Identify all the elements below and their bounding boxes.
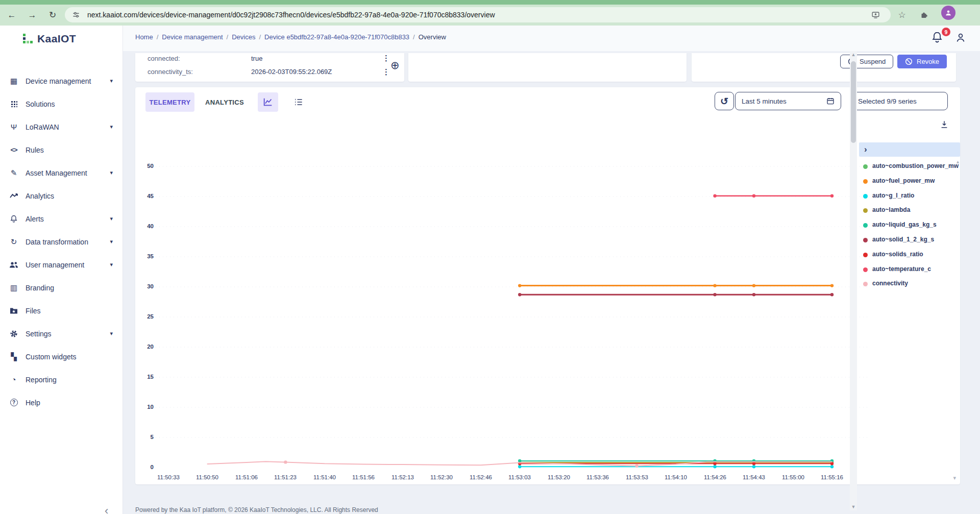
sidebar-item-alerts[interactable]: Alerts ▾ (0, 207, 123, 230)
breadcrumb: Home / Device management / Devices / Dev… (135, 33, 446, 41)
tab-telemetry[interactable]: TELEMETRY (145, 92, 194, 112)
rules-code-icon: <> (8, 146, 19, 154)
install-app-icon[interactable] (869, 9, 881, 21)
legend-item[interactable]: auto~lambda (859, 207, 960, 214)
sidebar-item-settings[interactable]: Settings ▾ (0, 322, 123, 345)
y-tick-label: 15 (137, 374, 154, 380)
notifications-button[interactable]: 9 (931, 31, 946, 46)
series-label: connectivity (872, 280, 908, 287)
bookmark-star-icon[interactable]: ☆ (894, 7, 910, 22)
url-text[interactable]: next.kaaiot.com/devices/device-managemen… (87, 11, 869, 19)
reload-icon[interactable]: ↻ (44, 7, 61, 24)
legend-item[interactable]: auto~solid_1_2_kg_s (859, 236, 960, 243)
site-settings-icon[interactable] (70, 9, 82, 21)
kaaiot-logo[interactable]: KaaIOT (22, 33, 76, 45)
suspend-button[interactable]: Suspend (840, 55, 893, 68)
breadcrumb-device-management[interactable]: Device management (162, 33, 223, 41)
extensions-puzzle-icon[interactable] (916, 7, 932, 22)
list-view-button[interactable] (288, 92, 309, 112)
browser-profile-avatar[interactable] (941, 6, 955, 20)
legend-item[interactable]: auto~fuel_power_mw (859, 178, 960, 185)
screen: ← → ↻ next.kaaiot.com/devices/device-man… (0, 0, 980, 514)
time-range-selector[interactable]: Last 5 minutes (735, 92, 841, 110)
row-menu-icon[interactable]: ⋮ (382, 55, 390, 62)
breadcrumb-separator: / (259, 33, 261, 41)
sidebar-item-asset-management[interactable]: ✎ Asset Management ▾ (0, 161, 123, 184)
kaaiot-logo-icon (22, 33, 34, 45)
x-tick-label: 11:55:16 (813, 474, 851, 480)
chart-view-button[interactable] (258, 92, 278, 112)
series-color-dot (863, 267, 868, 272)
metadata-row: connectivity_ts: 2026-02-03T09:55:22.069… (148, 68, 332, 76)
metadata-key: connectivity_ts: (148, 68, 251, 76)
sidebar-item-help[interactable]: ? Help (0, 391, 123, 414)
sidebar-item-analytics[interactable]: Analytics (0, 184, 123, 207)
lorawan-antenna-icon: Ψ (8, 123, 19, 131)
legend-item[interactable]: auto~solids_ratio (859, 251, 960, 258)
list-icon (293, 97, 304, 107)
sidebar-item-user-management[interactable]: User management ▾ (0, 253, 123, 276)
y-axis: 05101520253035404550 (137, 164, 154, 475)
series-color-dot (863, 179, 868, 184)
breadcrumb-home[interactable]: Home (135, 33, 153, 41)
breadcrumb-devices[interactable]: Devices (232, 33, 255, 41)
legend-item[interactable]: auto~temperature_c (859, 266, 960, 273)
sidebar-collapse-icon[interactable]: ‹ (105, 504, 108, 514)
y-tick-label: 0 (137, 464, 154, 470)
legend-expand-button[interactable]: › (859, 142, 960, 157)
sidebar-item-device-management[interactable]: ▦ Device management ▾ (0, 69, 123, 92)
users-icon (8, 261, 19, 268)
breadcrumb-separator: / (227, 33, 229, 41)
row-menu-icon[interactable]: ⋮ (382, 68, 390, 76)
x-tick-label: 11:52:46 (461, 474, 500, 480)
tab-analytics[interactable]: ANALYTICS (202, 92, 248, 112)
x-tick-label: 11:53:20 (540, 474, 578, 480)
series-label: auto~solids_ratio (872, 251, 923, 258)
sidebar-item-solutions[interactable]: Solutions (0, 92, 123, 115)
download-chart-button[interactable] (940, 120, 949, 131)
sync-icon: ↻ (8, 237, 19, 247)
y-tick-label: 20 (137, 344, 154, 350)
breadcrumb-device-id[interactable]: Device e5bdfb22-97a8-4e0a-920e-71f070c8b… (264, 33, 409, 41)
refresh-data-button[interactable]: ↺ (715, 92, 734, 110)
x-tick-label: 11:54:43 (734, 474, 773, 480)
browser-tab-strip (0, 0, 980, 5)
legend-scroll-down-icon[interactable]: ▾ (953, 475, 956, 481)
sidebar-item-custom-widgets[interactable]: ▚ Custom widgets (0, 345, 123, 368)
scrollbar-thumb[interactable] (851, 61, 856, 143)
legend-item[interactable]: auto~g_l_ratio (859, 192, 960, 200)
y-tick-label: 5 (137, 434, 154, 440)
back-icon[interactable]: ← (3, 7, 20, 24)
sidebar-item-rules[interactable]: <> Rules (0, 138, 123, 161)
metadata-key: connected: (148, 55, 251, 62)
legend-item[interactable]: connectivity (859, 280, 960, 287)
revoke-button[interactable]: Revoke (897, 55, 947, 68)
legend-item[interactable]: auto~combustion_power_mw (859, 163, 960, 170)
telemetry-line-chart[interactable] (156, 164, 952, 475)
sidebar-item-reporting[interactable]: ◔ Reporting (0, 368, 123, 391)
series-label: auto~lambda (872, 207, 910, 214)
series-selector[interactable]: Selected 9/9 series (851, 92, 948, 110)
account-button[interactable] (954, 32, 967, 46)
legend-item[interactable]: auto~liquid_gas_kg_s (859, 222, 960, 229)
sidebar-item-files[interactable]: Files (0, 299, 123, 322)
series-legend-panel: › ▴ auto~combustion_power_mwauto~fuel_po… (859, 142, 960, 436)
download-icon (940, 120, 949, 129)
url-bar[interactable]: next.kaaiot.com/devices/device-managemen… (65, 7, 891, 22)
y-tick-label: 10 (137, 404, 154, 410)
sidebar-item-lorawan[interactable]: Ψ LoRaWAN ▾ (0, 115, 123, 138)
chevron-down-icon: ▾ (110, 215, 113, 222)
device-management-icon: ▦ (8, 77, 19, 86)
sidebar-item-data-transformation[interactable]: ↻ Data transformation ▾ (0, 230, 123, 253)
series-color-dot (863, 253, 868, 257)
sidebar-item-branding[interactable]: ▥ Branding (0, 276, 123, 299)
notification-badge: 9 (942, 28, 950, 36)
scroll-down-icon[interactable]: ▼ (850, 504, 857, 509)
legend-scroll-up-icon[interactable]: ▴ (957, 159, 959, 164)
metadata-value: 2026-02-03T09:55:22.069Z (251, 68, 332, 76)
forward-icon[interactable]: → (23, 7, 41, 24)
scroll-up-icon[interactable]: ▲ (850, 52, 857, 57)
window-scrollbar[interactable]: ▲ ▼ (850, 51, 857, 510)
device-metadata-card: connected: true connectivity_ts: 2026-02… (135, 53, 404, 82)
add-metadata-icon[interactable]: ⊕ (390, 59, 400, 71)
